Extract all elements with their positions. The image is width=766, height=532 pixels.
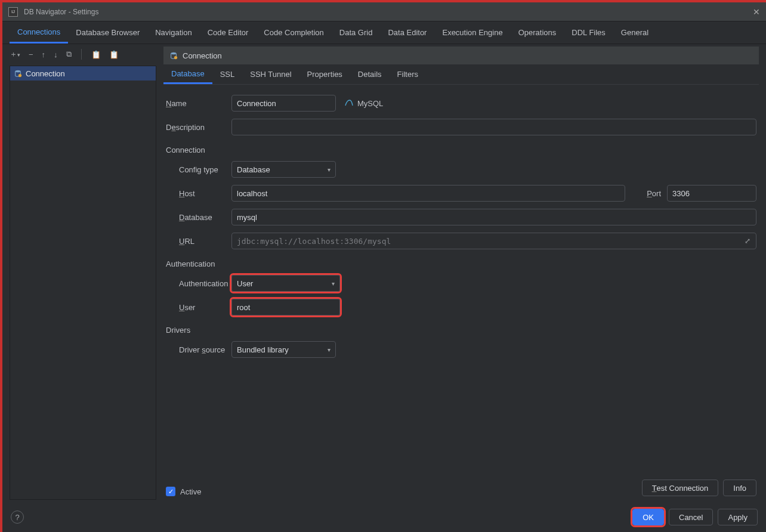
mysql-icon xyxy=(344,98,354,108)
expand-icon[interactable]: ⤢ xyxy=(745,237,750,245)
host-input[interactable] xyxy=(231,185,625,202)
subtab-ssh-tunnel[interactable]: SSH Tunnel xyxy=(242,64,299,84)
database-input[interactable] xyxy=(231,209,756,225)
tab-code-editor[interactable]: Code Editor xyxy=(200,21,257,44)
connections-tree[interactable]: Connection xyxy=(10,66,156,500)
paste-disabled-icon: 📋 xyxy=(109,50,119,59)
active-checkbox[interactable]: ✓ xyxy=(166,487,175,496)
description-input[interactable] xyxy=(231,119,756,135)
url-input[interactable] xyxy=(231,233,756,249)
svg-point-2 xyxy=(171,52,177,55)
subtab-properties[interactable]: Properties xyxy=(299,64,350,84)
url-label: URL xyxy=(166,237,231,246)
test-connection-button[interactable]: Test Connection xyxy=(642,480,719,496)
config-type-label: Config type xyxy=(166,165,231,174)
tab-data-editor[interactable]: Data Editor xyxy=(380,21,434,44)
apply-button[interactable]: Apply xyxy=(718,509,758,525)
section-drivers: Drivers xyxy=(166,326,756,335)
tab-ddl-files[interactable]: DDL Files xyxy=(564,21,613,44)
config-type-select[interactable]: Database▾ xyxy=(231,161,336,178)
copy-icon[interactable]: ⧉ xyxy=(66,50,72,59)
right-pane: Connection Database SSL SSH Tunnel Prope… xyxy=(159,44,766,502)
db-icon xyxy=(169,51,178,60)
tab-operations[interactable]: Operations xyxy=(511,21,564,44)
panel-header: Connection xyxy=(163,47,759,64)
svg-point-1 xyxy=(18,74,21,77)
active-label: Active xyxy=(180,487,201,496)
close-icon[interactable]: ✕ xyxy=(753,7,760,17)
bottom-bar: ? OK Cancel Apply xyxy=(2,502,766,532)
ok-button[interactable]: OK xyxy=(632,509,664,525)
tab-general[interactable]: General xyxy=(613,21,656,44)
tab-navigation[interactable]: Navigation xyxy=(147,21,199,44)
svg-point-0 xyxy=(16,70,21,73)
panel-title: Connection xyxy=(183,51,222,60)
subtab-details[interactable]: Details xyxy=(350,64,390,84)
remove-icon[interactable]: − xyxy=(29,50,33,59)
window-title: DB Navigator - Settings xyxy=(24,8,98,16)
subtab-filters[interactable]: Filters xyxy=(390,64,426,84)
host-label: Host xyxy=(166,189,231,198)
subtab-database[interactable]: Database xyxy=(163,64,212,84)
info-button[interactable]: Info xyxy=(723,480,756,496)
port-input[interactable] xyxy=(667,185,756,202)
section-authentication: Authentication xyxy=(166,259,756,268)
cancel-button[interactable]: Cancel xyxy=(669,509,713,525)
chevron-down-icon: ▾ xyxy=(328,166,331,173)
user-label: User xyxy=(166,303,231,312)
svg-point-3 xyxy=(174,56,177,59)
driver-source-select[interactable]: Bundled library▾ xyxy=(231,341,336,358)
driver-source-label: Driver source xyxy=(166,345,231,354)
app-icon: IJ xyxy=(8,7,18,17)
port-label: Port xyxy=(634,189,661,198)
tab-connections[interactable]: Connections xyxy=(10,21,68,44)
tab-code-completion[interactable]: Code Completion xyxy=(256,21,331,44)
authentication-label: Authentication xyxy=(166,279,231,288)
left-pane: ＋▾ − ↑ ↓ ⧉ 📋 📋 Connection xyxy=(2,44,159,502)
name-input[interactable] xyxy=(231,95,336,112)
titlebar: IJ DB Navigator - Settings ✕ xyxy=(2,2,766,21)
chevron-down-icon: ▾ xyxy=(328,347,331,353)
db-type-badge: MySQL xyxy=(344,98,383,108)
authentication-select[interactable]: User▾ xyxy=(231,275,340,292)
name-label: Name xyxy=(166,99,231,108)
user-input[interactable] xyxy=(231,299,340,316)
tab-data-grid[interactable]: Data Grid xyxy=(332,21,381,44)
move-up-icon[interactable]: ↑ xyxy=(42,50,46,59)
tab-execution-engine[interactable]: Execution Engine xyxy=(434,21,510,44)
description-label: Description xyxy=(166,123,231,132)
subtab-ssl[interactable]: SSL xyxy=(212,64,243,84)
db-icon xyxy=(14,69,22,78)
main-tab-row: Connections Database Browser Navigation … xyxy=(2,21,766,44)
database-form: Name MySQL Description Connection Config… xyxy=(163,85,759,363)
move-down-icon[interactable]: ↓ xyxy=(54,50,58,59)
add-icon[interactable]: ＋▾ xyxy=(10,49,20,60)
database-label: Database xyxy=(166,213,231,222)
tab-database-browser[interactable]: Database Browser xyxy=(68,21,147,44)
paste-enabled-icon[interactable]: 📋 xyxy=(91,50,101,59)
connection-tree-label: Connection xyxy=(26,69,65,78)
sub-tab-row: Database SSL SSH Tunnel Properties Detai… xyxy=(163,64,759,85)
connection-tree-item[interactable]: Connection xyxy=(10,66,156,81)
connections-toolbar: ＋▾ − ↑ ↓ ⧉ 📋 📋 xyxy=(2,44,159,64)
section-connection: Connection xyxy=(166,146,756,154)
chevron-down-icon: ▾ xyxy=(332,280,335,287)
help-icon[interactable]: ? xyxy=(11,511,24,524)
